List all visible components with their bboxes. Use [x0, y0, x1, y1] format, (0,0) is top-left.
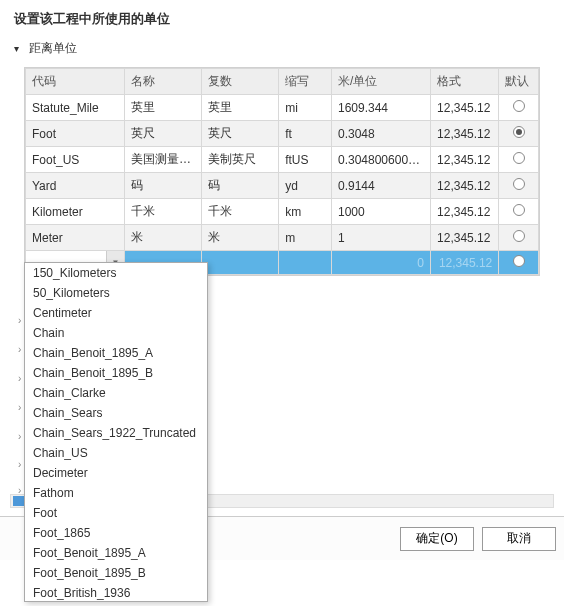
table-row[interactable]: Foot英尺英尺ft0.304812,345.12 [26, 121, 539, 147]
default-radio[interactable] [513, 152, 525, 164]
chevron-down-icon: ▾ [14, 43, 22, 54]
cell-default[interactable] [499, 173, 539, 199]
default-radio[interactable] [513, 204, 525, 216]
default-radio[interactable] [513, 178, 525, 190]
cell-code[interactable]: Foot_US [26, 147, 125, 173]
cell-code[interactable]: Meter [26, 225, 125, 251]
dropdown-item[interactable]: 150_Kilometers [25, 263, 207, 283]
dropdown-item[interactable]: Chain_Clarke [25, 383, 207, 403]
new-default[interactable] [499, 251, 539, 275]
cell-perunit[interactable]: 1000 [331, 199, 430, 225]
cell-abbr[interactable]: mi [279, 95, 332, 121]
cell-code[interactable]: Kilometer [26, 199, 125, 225]
cell-default[interactable] [499, 199, 539, 225]
col-code[interactable]: 代码 [26, 69, 125, 95]
cell-name[interactable]: 英尺 [125, 121, 202, 147]
cell-plural[interactable]: 米 [202, 225, 279, 251]
dropdown-item[interactable]: Chain_Sears [25, 403, 207, 423]
dropdown-item[interactable]: Foot_1865 [25, 523, 207, 543]
cell-format[interactable]: 12,345.12 [431, 225, 499, 251]
cell-abbr[interactable]: km [279, 199, 332, 225]
table-row[interactable]: Statute_Mile英里英里mi1609.34412,345.12 [26, 95, 539, 121]
col-abbr[interactable]: 缩写 [279, 69, 332, 95]
page-title: 设置该工程中所使用的单位 [0, 0, 564, 36]
dropdown-item[interactable]: Chain_Benoit_1895_A [25, 343, 207, 363]
new-plural[interactable] [202, 251, 279, 275]
cell-name[interactable]: 英里 [125, 95, 202, 121]
col-plural[interactable]: 复数 [202, 69, 279, 95]
dropdown-item[interactable]: Foot_Benoit_1895_A [25, 543, 207, 563]
cell-format[interactable]: 12,345.12 [431, 173, 499, 199]
cell-name[interactable]: 米 [125, 225, 202, 251]
default-radio[interactable] [513, 230, 525, 242]
dropdown-item[interactable]: Chain [25, 323, 207, 343]
new-perunit[interactable]: 0 [331, 251, 430, 275]
cell-default[interactable] [499, 95, 539, 121]
cell-name[interactable]: 千米 [125, 199, 202, 225]
dropdown-item[interactable]: Chain_US [25, 443, 207, 463]
cell-format[interactable]: 12,345.12 [431, 121, 499, 147]
default-radio[interactable] [513, 126, 525, 138]
cell-plural[interactable]: 千米 [202, 199, 279, 225]
cell-format[interactable]: 12,345.12 [431, 95, 499, 121]
table-row[interactable]: Foot_US美国测量英尺美制英尺ftUS0.30480060096...12,… [26, 147, 539, 173]
table-row[interactable]: Meter米米m112,345.12 [26, 225, 539, 251]
dropdown-item[interactable]: Foot_Benoit_1895_B [25, 563, 207, 583]
dropdown-item[interactable]: Centimeter [25, 303, 207, 323]
col-default[interactable]: 默认 [499, 69, 539, 95]
cell-name[interactable]: 美国测量英尺 [125, 147, 202, 173]
cell-perunit[interactable]: 1609.344 [331, 95, 430, 121]
section-distance-units[interactable]: ▾ 距离单位 [0, 36, 564, 67]
new-abbr[interactable] [279, 251, 332, 275]
cell-format[interactable]: 12,345.12 [431, 199, 499, 225]
dropdown-item[interactable]: Foot_British_1936 [25, 583, 207, 602]
cell-name[interactable]: 码 [125, 173, 202, 199]
cell-plural[interactable]: 英尺 [202, 121, 279, 147]
cell-perunit[interactable]: 0.3048 [331, 121, 430, 147]
cell-perunit[interactable]: 0.9144 [331, 173, 430, 199]
cell-abbr[interactable]: ft [279, 121, 332, 147]
dropdown-item[interactable]: Fathom [25, 483, 207, 503]
cell-default[interactable] [499, 147, 539, 173]
dropdown-item[interactable]: Chain_Benoit_1895_B [25, 363, 207, 383]
default-radio[interactable] [513, 100, 525, 112]
dropdown-item[interactable]: Decimeter [25, 463, 207, 483]
cell-code[interactable]: Foot [26, 121, 125, 147]
dropdown-item[interactable]: Chain_Sears_1922_Truncated [25, 423, 207, 443]
cell-code[interactable]: Yard [26, 173, 125, 199]
cell-plural[interactable]: 美制英尺 [202, 147, 279, 173]
cancel-button[interactable]: 取消 [482, 527, 556, 551]
cell-abbr[interactable]: m [279, 225, 332, 251]
section-label: 距离单位 [29, 41, 77, 55]
ok-button[interactable]: 确定(O) [400, 527, 474, 551]
table-row[interactable]: Kilometer千米千米km100012,345.12 [26, 199, 539, 225]
cell-perunit[interactable]: 1 [331, 225, 430, 251]
cell-abbr[interactable]: ftUS [279, 147, 332, 173]
table-row[interactable]: Yard码码yd0.914412,345.12 [26, 173, 539, 199]
cell-default[interactable] [499, 121, 539, 147]
cell-perunit[interactable]: 0.30480060096... [331, 147, 430, 173]
units-table: 代码 名称 复数 缩写 米/单位 格式 默认 Statute_Mile英里英里m… [24, 67, 540, 276]
cell-plural[interactable]: 码 [202, 173, 279, 199]
cell-default[interactable] [499, 225, 539, 251]
table-header-row: 代码 名称 复数 缩写 米/单位 格式 默认 [26, 69, 539, 95]
dropdown-item[interactable]: 50_Kilometers [25, 283, 207, 303]
cell-format[interactable]: 12,345.12 [431, 147, 499, 173]
col-name[interactable]: 名称 [125, 69, 202, 95]
col-format[interactable]: 格式 [431, 69, 499, 95]
default-radio[interactable] [513, 255, 525, 267]
new-format[interactable]: 12,345.12 [431, 251, 499, 275]
code-dropdown-list[interactable]: 150_Kilometers50_KilometersCentimeterCha… [24, 262, 208, 602]
cell-code[interactable]: Statute_Mile [26, 95, 125, 121]
dropdown-item[interactable]: Foot [25, 503, 207, 523]
col-perunit[interactable]: 米/单位 [331, 69, 430, 95]
cell-plural[interactable]: 英里 [202, 95, 279, 121]
cell-abbr[interactable]: yd [279, 173, 332, 199]
